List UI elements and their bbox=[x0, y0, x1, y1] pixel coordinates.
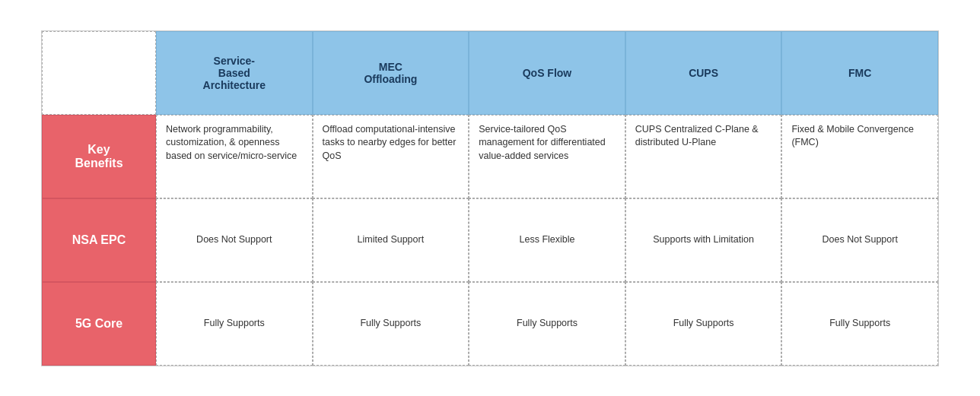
5g-cups: Fully Supports bbox=[625, 282, 782, 366]
benefits-qos: Service-tailored QoS management for diff… bbox=[469, 115, 625, 198]
nsa-sba: Does Not Support bbox=[156, 198, 313, 282]
corner-header bbox=[42, 31, 156, 115]
benefits-sba: Network programmability, customization, … bbox=[156, 115, 313, 198]
5g-fmc: Fully Supports bbox=[781, 282, 938, 366]
col-header-cups: CUPS bbox=[625, 31, 782, 115]
nsa-cups: Supports with Limitation bbox=[625, 198, 782, 282]
col-header-mec: MEC Offloading bbox=[313, 31, 469, 115]
row-label-5gcore: 5G Core bbox=[42, 282, 156, 366]
row-label-benefits: Key Benefits bbox=[42, 115, 156, 198]
benefits-fmc: Fixed & Mobile Convergence (FMC) bbox=[781, 115, 938, 198]
col-header-sba: Service- Based Architecture bbox=[156, 31, 313, 115]
benefits-cups: CUPS Centralized C-Plane & distributed U… bbox=[625, 115, 782, 198]
5g-sba: Fully Supports bbox=[156, 282, 313, 366]
nsa-fmc: Does Not Support bbox=[781, 198, 938, 282]
5g-mec: Fully Supports bbox=[313, 282, 469, 366]
col-header-fmc: FMC bbox=[781, 31, 938, 115]
row-label-nsa: NSA EPC bbox=[42, 198, 156, 282]
5g-qos: Fully Supports bbox=[469, 282, 625, 366]
nsa-qos: Less Flexible bbox=[469, 198, 625, 282]
grid: Service- Based Architecture MEC Offloadi… bbox=[42, 31, 938, 366]
benefits-mec: Offload computational-intensive tasks to… bbox=[313, 115, 469, 198]
comparison-table: Service- Based Architecture MEC Offloadi… bbox=[41, 30, 939, 366]
col-header-qos: QoS Flow bbox=[469, 31, 625, 115]
nsa-mec: Limited Support bbox=[313, 198, 469, 282]
